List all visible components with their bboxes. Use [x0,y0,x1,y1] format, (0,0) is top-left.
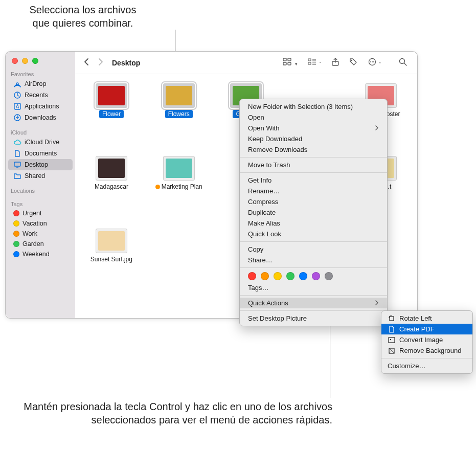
svg-rect-25 [390,317,394,321]
menu-tag-row [240,270,387,282]
menu-item-share[interactable]: Share… [240,255,387,265]
menu-item-set-desktop-picture[interactable]: Set Desktop Picture [240,313,387,324]
submenu-item-remove-background[interactable]: Remove Background [381,345,472,356]
menu-item-quick-actions[interactable]: Quick Actions [240,298,387,308]
view-icons-button[interactable]: ▾ [280,58,300,67]
file-item[interactable]: Flower [78,83,145,155]
svg-rect-7 [283,58,286,61]
close-button[interactable] [12,58,18,64]
menu-item-label: Quick Actions [248,299,288,307]
menu-separator [240,172,387,173]
airdrop-icon [13,80,21,88]
tag-color-circle[interactable] [261,272,269,280]
file-item[interactable]: Marketing Plan [146,156,212,228]
file-label: Flower [99,110,124,118]
menu-item-move-to-trash[interactable]: Move to Trash [240,160,387,170]
svg-rect-8 [288,58,291,61]
tag-color-circle[interactable] [286,272,294,280]
sidebar-item-applications[interactable]: AApplications [8,101,73,112]
tag-dot-icon [13,210,19,216]
submenu-item-create-pdf[interactable]: Create PDF [381,324,472,334]
nav-back-button[interactable] [82,58,92,67]
sidebar-item-icloud-drive[interactable]: iCloud Drive [8,137,73,148]
file-item[interactable]: Flowers [146,83,212,155]
submenu-item-rotate-left[interactable]: Rotate Left [381,313,472,324]
svg-rect-12 [308,62,311,64]
sidebar-section-icloud: iCloud [6,127,75,137]
sidebar-item-label: Applications [25,103,59,110]
sidebar-item-downloads[interactable]: Downloads [8,112,73,123]
sidebar-tag-vacation[interactable]: Vacation [8,218,73,229]
menu-item-quick-look[interactable]: Quick Look [240,229,387,239]
sidebar-item-label: Work [22,230,37,237]
submenu-item-label: Rotate Left [399,315,432,322]
menu-item-label: Make Alias [248,219,280,227]
menu-item-get-info[interactable]: Get Info [240,175,387,186]
sidebar-item-shared[interactable]: Shared [8,170,73,182]
group-button[interactable]: ˅ [305,58,325,67]
share-button[interactable] [329,58,342,68]
file-item[interactable]: Madagascar [78,156,145,228]
file-thumbnail [96,229,127,253]
menu-item-label: Copy [248,245,263,253]
sidebar-tag-weekend[interactable]: Weekend [8,249,73,259]
nav-forward-button[interactable] [96,58,105,67]
menu-separator [240,157,387,158]
submenu-item-label: Remove Background [399,347,461,354]
menu-item-rename[interactable]: Rename… [240,186,387,196]
context-menu: New Folder with Selection (3 Items)OpenO… [239,99,388,326]
menu-item-make-alias[interactable]: Make Alias [240,218,387,229]
sidebar-item-label: Recents [25,92,48,99]
sidebar-tag-work[interactable]: Work [8,229,73,239]
callout-top-text: Selecciona los archivos que quieres comb… [21,3,144,30]
tag-color-circle[interactable] [299,272,307,280]
tag-color-circle[interactable] [274,272,282,280]
file-thumbnail [163,156,195,181]
tag-color-circle[interactable] [325,272,333,280]
sidebar-item-label: AirDrop [25,80,46,87]
sidebar-tag-garden[interactable]: Garden [8,239,73,249]
sidebar-section-locations: Locations [6,186,75,195]
search-button[interactable] [396,58,410,68]
tag-indicator-icon [155,185,160,189]
sidebar-item-recents[interactable]: Recents [8,89,73,101]
sidebar-item-label: Urgent [22,210,42,217]
menu-item-open-with[interactable]: Open With [240,123,387,133]
submenu-item-label: Create PDF [399,325,435,333]
submenu-item-customize[interactable]: Customize… [381,361,472,371]
menu-item-label: Move to Trash [248,161,290,169]
menu-item-compress[interactable]: Compress [240,196,387,207]
chevron-right-icon [375,300,379,307]
menu-item-copy[interactable]: Copy [240,244,387,255]
zoom-button[interactable] [32,58,38,64]
menu-item-label: Duplicate [248,209,276,216]
menu-item-label: Share… [248,256,273,264]
sidebar-item-airdrop[interactable]: AirDrop [8,78,73,89]
menu-item-new-folder-with-selection-3-items[interactable]: New Folder with Selection (3 Items) [240,101,387,112]
menu-item-open[interactable]: Open [240,112,387,123]
menu-item-tags[interactable]: Tags… [240,282,387,293]
more-button[interactable]: ˅ [365,58,384,68]
action-icon [388,336,395,344]
menu-item-duplicate[interactable]: Duplicate [240,207,387,218]
menu-item-label: Rename… [248,187,280,195]
tag-color-circle[interactable] [248,272,256,280]
cloud-icon [13,138,21,146]
tag-color-circle[interactable] [312,272,320,280]
menu-item-keep-downloaded[interactable]: Keep Downloaded [240,133,387,144]
menu-item-remove-downloads[interactable]: Remove Downloads [240,144,387,155]
sidebar-item-desktop[interactable]: Desktop [8,159,73,170]
svg-point-23 [400,59,405,64]
sidebar-tag-urgent[interactable]: Urgent [8,208,73,218]
menu-item-label: Compress [248,198,278,206]
sidebar-item-label: Vacation [22,220,47,227]
menu-separator [381,358,472,358]
svg-rect-26 [389,338,395,343]
svg-rect-10 [288,62,291,65]
sidebar-item-documents[interactable]: Documents [8,148,73,159]
submenu-item-convert-image[interactable]: Convert Image [381,334,472,345]
minimize-button[interactable] [22,58,28,64]
file-item[interactable]: Sunset Surf.jpg [78,229,145,300]
file-label: Flowers [165,110,193,118]
tags-button[interactable] [346,58,360,68]
